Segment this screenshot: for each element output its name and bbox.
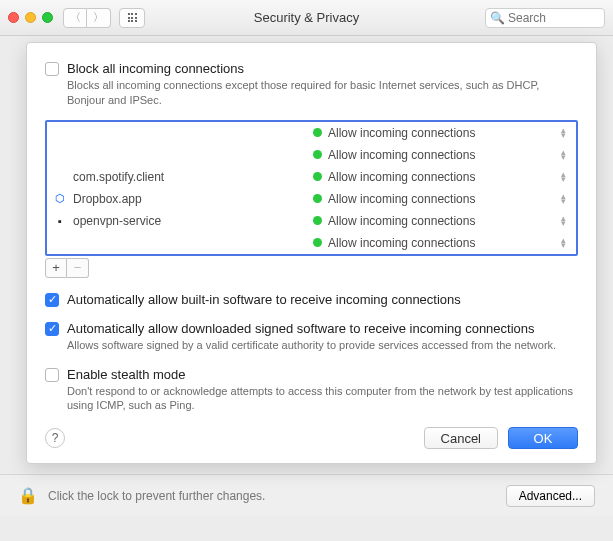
footer: 🔒 Click the lock to prevent further chan… [0,474,613,516]
block-all-label: Block all incoming connections [67,61,244,76]
app-name: openvpn-service [73,214,161,228]
app-icon [53,126,67,140]
app-status: Allow incoming connections [328,148,475,162]
status-dot-icon [313,128,322,137]
list-item[interactable]: Allow incoming connections ▴▾ [47,122,576,144]
status-stepper[interactable]: ▴▾ [556,216,570,225]
app-status: Allow incoming connections [328,236,475,250]
app-icon [53,170,67,184]
help-button[interactable]: ? [45,428,65,448]
status-dot-icon [313,172,322,181]
status-stepper[interactable]: ▴▾ [556,172,570,181]
stealth-label: Enable stealth mode [67,367,186,382]
app-name: com.spotify.client [73,170,164,184]
status-dot-icon [313,150,322,159]
app-status: Allow incoming connections [328,126,475,140]
app-status: Allow incoming connections [328,214,475,228]
cancel-button[interactable]: Cancel [424,427,498,449]
firewall-options-sheet: Block all incoming connections Blocks al… [26,42,597,464]
block-all-checkbox[interactable] [45,62,59,76]
show-all-button[interactable] [119,8,145,28]
status-stepper[interactable]: ▴▾ [556,194,570,203]
window-controls [8,12,53,23]
close-window-button[interactable] [8,12,19,23]
auto-signed-label: Automatically allow downloaded signed so… [67,321,535,336]
app-list: Allow incoming connections ▴▾ Allow inco… [45,120,578,256]
auto-builtin-checkbox[interactable] [45,293,59,307]
status-dot-icon [313,194,322,203]
app-name: Dropbox.app [73,192,142,206]
advanced-button[interactable]: Advanced... [506,485,595,507]
forward-button[interactable]: 〉 [87,8,111,28]
list-item[interactable]: ▪openvpn-service Allow incoming connecti… [47,210,576,232]
list-item[interactable]: com.spotify.client Allow incoming connec… [47,166,576,188]
exec-icon: ▪ [53,214,67,228]
dropbox-icon: ⬡ [53,192,67,206]
app-status: Allow incoming connections [328,192,475,206]
nav-buttons: 〈 〉 [63,8,111,28]
app-icon [53,148,67,162]
search-icon: 🔍 [490,11,505,25]
ok-button[interactable]: OK [508,427,578,449]
remove-button[interactable]: − [67,258,89,278]
stealth-checkbox[interactable] [45,368,59,382]
app-icon [53,236,67,250]
search-field-wrap: 🔍 [485,8,605,28]
status-stepper[interactable]: ▴▾ [556,128,570,137]
titlebar: 〈 〉 Security & Privacy 🔍 [0,0,613,36]
status-stepper[interactable]: ▴▾ [556,150,570,159]
status-stepper[interactable]: ▴▾ [556,238,570,247]
app-status: Allow incoming connections [328,170,475,184]
minimize-window-button[interactable] [25,12,36,23]
block-all-desc: Blocks all incoming connections except t… [67,78,578,108]
lock-text: Click the lock to prevent further change… [48,489,265,503]
auto-signed-checkbox[interactable] [45,322,59,336]
status-dot-icon [313,238,322,247]
auto-signed-desc: Allows software signed by a valid certif… [67,338,578,353]
stealth-desc: Don't respond to or acknowledge attempts… [67,384,578,414]
list-item[interactable]: ⬡Dropbox.app Allow incoming connections … [47,188,576,210]
add-button[interactable]: + [45,258,67,278]
list-item[interactable]: Allow incoming connections ▴▾ [47,144,576,166]
back-button[interactable]: 〈 [63,8,87,28]
status-dot-icon [313,216,322,225]
auto-builtin-label: Automatically allow built-in software to… [67,292,461,307]
lock-icon[interactable]: 🔒 [18,486,38,505]
list-item[interactable]: Allow incoming connections ▴▾ [47,232,576,254]
zoom-window-button[interactable] [42,12,53,23]
add-remove-control: + − [45,258,578,278]
